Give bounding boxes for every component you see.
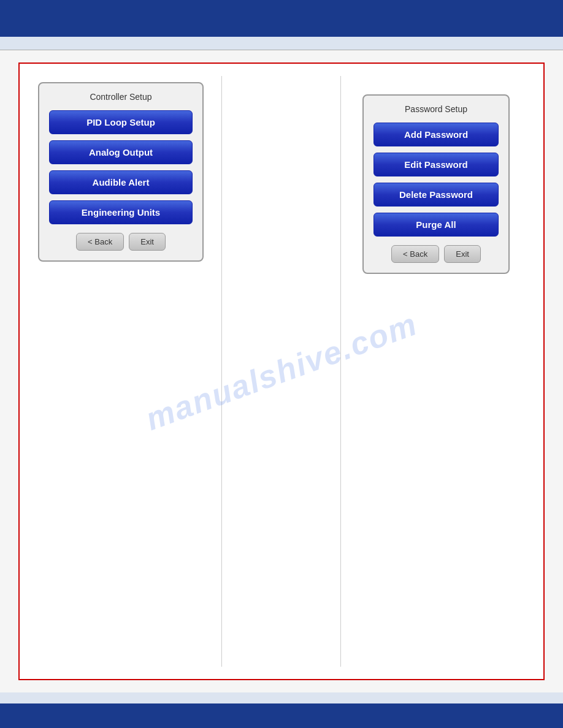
purge-all-button[interactable]: Purge All [373,213,499,237]
middle-panel: manualshive.com [222,76,341,667]
audible-alert-button[interactable]: Audible Alert [49,170,193,194]
password-exit-button[interactable]: Exit [444,245,481,263]
content-box: Controller Setup PID Loop Setup Analog O… [18,63,545,680]
engineering-units-button[interactable]: Engineering Units [49,200,193,224]
controller-setup-panel: Controller Setup PID Loop Setup Analog O… [38,82,204,262]
controller-setup-title: Controller Setup [90,92,151,102]
main-content: Controller Setup PID Loop Setup Analog O… [0,50,563,692]
controller-back-button[interactable]: < Back [76,233,124,251]
password-back-button[interactable]: < Back [391,245,439,263]
password-setup-title: Password Setup [405,104,467,114]
controller-bottom-buttons: < Back Exit [76,233,166,251]
controller-exit-button[interactable]: Exit [129,233,166,251]
left-panel: Controller Setup PID Loop Setup Analog O… [32,76,222,667]
analog-output-button[interactable]: Analog Output [49,140,193,164]
password-bottom-buttons: < Back Exit [391,245,481,263]
delete-password-button[interactable]: Delete Password [373,183,499,207]
add-password-button[interactable]: Add Password [373,123,499,146]
footer-strip [0,692,563,703]
top-bar [0,0,563,37]
password-setup-panel: Password Setup Add Password Edit Passwor… [362,94,510,274]
right-panel: Password Setup Add Password Edit Passwor… [341,76,531,667]
sub-bar [0,37,563,50]
bottom-bar [0,703,563,728]
pid-loop-setup-button[interactable]: PID Loop Setup [49,110,193,134]
panels-row: Controller Setup PID Loop Setup Analog O… [32,76,531,667]
edit-password-button[interactable]: Edit Password [373,153,499,176]
